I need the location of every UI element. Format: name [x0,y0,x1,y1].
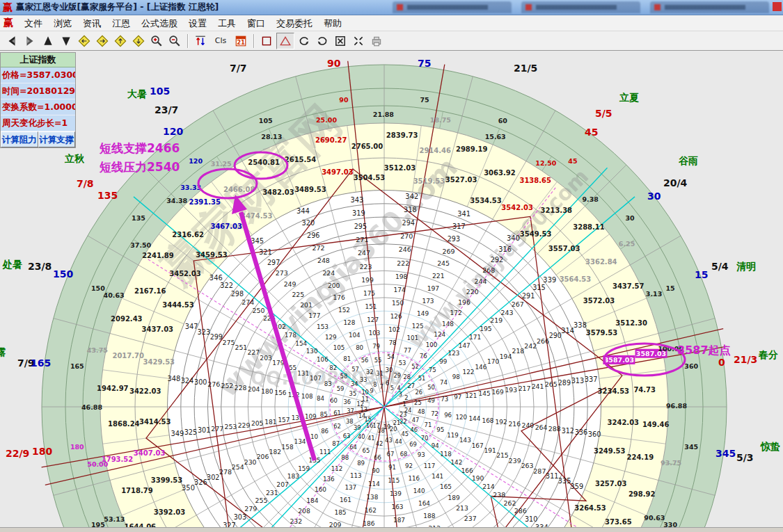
svg-text:105: 105 [333,344,345,351]
svg-text:198: 198 [395,273,408,280]
svg-text:276: 276 [207,380,220,388]
svg-text:172: 172 [450,309,462,316]
zoom-out-button[interactable] [166,33,183,49]
cls-button[interactable]: Cls [210,33,231,49]
menu-item-4[interactable]: 公式选股 [136,17,183,30]
svg-text:324: 324 [181,377,194,385]
svg-text:279: 279 [244,505,257,513]
svg-text:145: 145 [479,390,491,397]
rotate-ccw-button[interactable] [314,33,331,49]
svg-text:191: 191 [484,447,496,454]
svg-text:339: 339 [543,276,556,284]
svg-text:214: 214 [482,483,495,490]
menu-item-7[interactable]: 窗口 [242,17,271,30]
menu-item-8[interactable]: 交易委托 [271,17,318,30]
svg-text:169: 169 [492,389,504,396]
gann-wheel[interactable]: 赢家财富网www.yingjia360.comwww.yingjia360.co… [0,51,783,532]
svg-text:194: 194 [500,353,512,360]
svg-text:34: 34 [351,380,358,387]
svg-text:3512.03: 3512.03 [384,164,416,172]
svg-text:239: 239 [509,457,521,465]
svg-text:345: 345 [684,443,698,451]
svg-text:8: 8 [373,381,377,388]
menu-item-3[interactable]: 江恩 [106,17,136,30]
svg-text:117: 117 [424,462,436,469]
svg-text:75: 75 [429,366,436,373]
svg-text:34.38: 34.38 [166,197,187,204]
svg-text:325: 325 [184,428,198,436]
svg-text:216: 216 [509,420,521,428]
rotate-cw-button[interactable] [296,33,313,49]
svg-text:65: 65 [363,447,370,454]
svg-text:15.63: 15.63 [485,133,506,140]
svg-text:50.00: 50.00 [87,460,108,468]
svg-text:200: 200 [328,282,340,289]
calendar-button[interactable]: 21 [232,33,249,49]
pan-up-button[interactable] [112,33,129,49]
menu-item-5[interactable]: 设置 [183,17,212,30]
svg-text:146: 146 [475,364,487,371]
calc-resistance-button[interactable]: 计算阻力 [1,131,38,147]
triangle-up-button[interactable] [40,33,56,49]
svg-text:3474.53: 3474.53 [241,212,273,220]
menu-item-9[interactable]: 帮助 [318,17,347,30]
menu-item-0[interactable]: 文件 [19,17,48,30]
svg-text:273: 273 [276,269,288,277]
svg-text:253: 253 [224,423,237,430]
flip-vertical-button[interactable] [192,33,209,49]
svg-text:299: 299 [210,333,223,341]
pan-left-button[interactable] [76,33,93,49]
close-icon[interactable] [773,2,782,11]
svg-text:165: 165 [440,483,452,490]
svg-text:343: 343 [350,196,363,204]
svg-text:227: 227 [247,348,260,356]
svg-text:90: 90 [339,96,349,104]
nav-back-button[interactable] [3,33,20,49]
menu-logo-icon: 赢 [3,17,13,29]
menu-item-1[interactable]: 浏览 [48,17,77,30]
svg-text:43.75: 43.75 [87,346,108,354]
print-button[interactable] [368,33,385,49]
svg-text:2615.54: 2615.54 [285,156,317,163]
center-button[interactable] [350,33,367,49]
nav-forward-button[interactable] [22,33,38,49]
zoom-in-button[interactable] [148,33,165,49]
svg-text:225: 225 [292,291,304,298]
svg-text:2241.89: 2241.89 [142,252,174,259]
svg-text:57: 57 [351,366,359,373]
pan-right-button[interactable] [94,33,111,49]
svg-text:201: 201 [300,301,313,309]
horizontal-scrollbar[interactable] [0,527,783,532]
menu-item-2[interactable]: 资讯 [77,17,106,30]
svg-text:152: 152 [338,307,350,314]
svg-text:31: 31 [376,370,383,377]
svg-text:2690.27: 2690.27 [315,136,347,144]
svg-text:160: 160 [315,486,326,493]
svg-text:2092.43: 2092.43 [111,315,143,323]
triangle-down-button[interactable] [58,33,74,49]
index-info-panel: 上证指数 价格=3587.0300时间=20180129变换系数=1.00000… [0,52,76,148]
svg-text:68: 68 [400,451,408,458]
calc-support-button[interactable]: 计算支撑 [38,131,76,147]
box-select-button[interactable] [332,33,349,49]
svg-text:127: 127 [367,316,379,323]
svg-text:40: 40 [358,433,365,440]
svg-text:78: 78 [389,339,397,346]
svg-text:108: 108 [301,393,313,400]
pan-down-button[interactable] [130,33,147,49]
svg-text:126: 126 [390,313,402,320]
svg-text:130: 130 [306,348,318,355]
svg-text:111: 111 [319,449,331,456]
svg-text:94: 94 [432,442,439,449]
draw-triangle-button[interactable] [276,33,294,49]
svg-text:199: 199 [361,276,374,284]
svg-text:271: 271 [356,236,368,243]
svg-text:345: 345 [251,237,264,245]
svg-text:60: 60 [498,117,508,124]
menu-item-6[interactable]: 工具 [212,17,242,30]
draw-square-button[interactable] [258,33,275,49]
svg-text:46.88: 46.88 [81,403,102,411]
svg-text:124: 124 [434,331,445,338]
svg-text:350: 350 [182,484,195,492]
svg-text:316: 316 [498,245,512,253]
